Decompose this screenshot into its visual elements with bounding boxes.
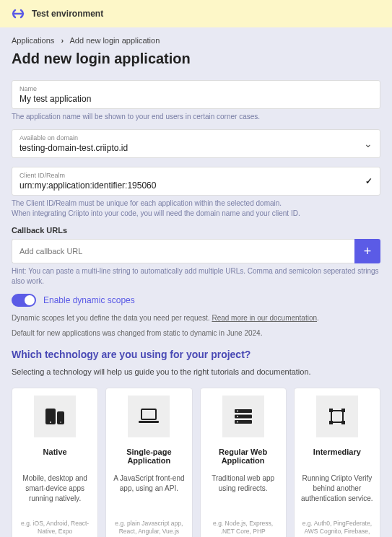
- dynamic-scopes-toggle[interactable]: [12, 294, 36, 307]
- toggle-knob: [25, 295, 35, 305]
- tech-eg: e.g. Node.js, Express, .NET Core, PHP: [206, 520, 280, 536]
- tech-desc: A JavaScript front-end app, using an API…: [112, 473, 186, 510]
- callback-hint: Hint: You can paste a multi-line string …: [12, 266, 380, 287]
- svg-rect-5: [141, 409, 156, 419]
- svg-point-11: [237, 416, 238, 417]
- breadcrumb: Applications › Add new login application: [12, 36, 380, 45]
- tech-eg: e.g. plain Javascript app, React, Angula…: [112, 520, 186, 536]
- tech-eg: e.g. iOS, Android, React-Native, Expo: [18, 520, 92, 536]
- callback-input[interactable]: [12, 239, 354, 263]
- svg-rect-15: [341, 409, 345, 412]
- add-callback-button[interactable]: +: [354, 239, 380, 263]
- svg-rect-16: [329, 421, 333, 424]
- tech-card-native[interactable]: Native Mobile, desktop and smart-device …: [12, 388, 98, 537]
- tech-eg: e.g. Auth0, PingFederate, AWS Cognito, F…: [300, 520, 374, 537]
- page-title: Add new login application: [12, 51, 380, 67]
- client-id-value: urn:my:application:identifier:195060: [19, 180, 373, 191]
- tech-desc: Traditional web app using redirects.: [206, 473, 280, 510]
- tech-title: Intermediary: [300, 448, 374, 466]
- svg-point-4: [60, 422, 61, 423]
- svg-rect-6: [139, 421, 159, 423]
- tech-title: Single-page Application: [112, 448, 186, 466]
- laptop-icon: [128, 396, 170, 437]
- logo-icon: [12, 7, 25, 20]
- scopes-default-note: Default for new applications was changed…: [12, 328, 380, 339]
- chevron-down-icon: ⌄: [364, 138, 373, 149]
- env-label: Test environment: [32, 9, 103, 19]
- tech-title: Native: [18, 448, 92, 466]
- tech-card-spa[interactable]: Single-page Application A JavaScript fro…: [105, 388, 192, 537]
- env-banner: Test environment: [0, 0, 392, 27]
- svg-point-10: [237, 411, 238, 412]
- domain-field[interactable]: Available on domain testing-domain-test.…: [12, 129, 380, 158]
- svg-rect-13: [331, 411, 343, 422]
- tech-card-web[interactable]: Regular Web Application Traditional web …: [200, 388, 287, 537]
- tech-sub: Selecting a technology will help us guid…: [12, 367, 380, 376]
- scopes-desc: Dynamic scopes let you define the data y…: [12, 313, 380, 323]
- client-id-field[interactable]: Client ID/Realm urn:my:application:ident…: [12, 167, 380, 196]
- svg-rect-14: [329, 409, 333, 412]
- tech-desc: Mobile, desktop and smart-device apps ru…: [18, 473, 92, 510]
- chevron-right-icon: ›: [61, 36, 64, 45]
- client-help: The Client ID/Realm must be unique for e…: [12, 198, 380, 219]
- intermediary-icon: [316, 396, 358, 437]
- server-icon: [222, 396, 264, 437]
- tech-heading: Which technology are you using for your …: [12, 349, 380, 360]
- name-help: The application name will be shown to yo…: [12, 112, 380, 122]
- check-icon: ✓: [365, 176, 373, 186]
- client-id-label: Client ID/Realm: [19, 172, 373, 179]
- name-label: Name: [19, 85, 373, 92]
- dynamic-scopes-label: Enable dynamic scopes: [43, 295, 135, 305]
- breadcrumb-current: Add new login application: [70, 36, 160, 45]
- tech-desc: Running Criipto Verify behind another au…: [300, 473, 374, 510]
- domain-value: testing-domain-test.criipto.id: [19, 143, 373, 153]
- scopes-doc-link[interactable]: Read more in our documentation: [212, 314, 317, 322]
- svg-point-12: [237, 422, 238, 423]
- callback-label: Callback URLs: [12, 226, 380, 235]
- name-field[interactable]: Name My test application: [12, 80, 380, 109]
- svg-rect-17: [341, 421, 345, 424]
- svg-point-3: [50, 422, 51, 423]
- native-icon: [34, 396, 76, 437]
- breadcrumb-root[interactable]: Applications: [12, 36, 54, 45]
- name-value: My test application: [19, 94, 373, 104]
- domain-label: Available on domain: [19, 134, 373, 141]
- tech-title: Regular Web Application: [206, 448, 280, 466]
- tech-card-intermediary[interactable]: Intermediary Running Criipto Verify behi…: [294, 388, 380, 537]
- plus-icon: +: [364, 244, 372, 259]
